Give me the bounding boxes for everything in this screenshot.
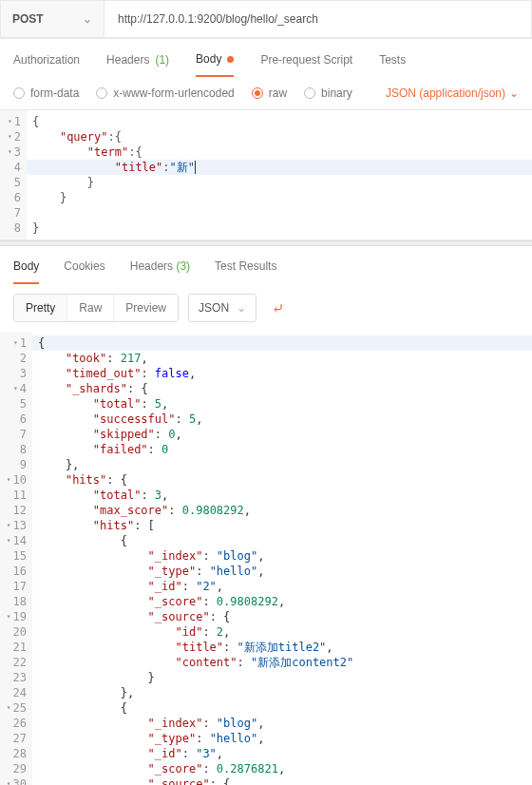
tab-prerequest[interactable]: Pre-request Script (260, 52, 352, 67)
view-mode-group: Pretty Raw Preview (13, 294, 179, 322)
resptab-cookies[interactable]: Cookies (64, 259, 104, 275)
format-select[interactable]: JSON⌄ (188, 294, 256, 322)
resptab-headers[interactable]: Headers (3) (130, 259, 190, 275)
response-view-bar: Pretty Raw Preview JSON⌄ ⤶ (0, 284, 532, 332)
bodytype-raw[interactable]: raw (252, 86, 287, 100)
viewmode-raw[interactable]: Raw (67, 295, 114, 321)
headers-count: (1) (155, 53, 169, 67)
radio-on-icon (252, 87, 263, 99)
method-label: POST (12, 12, 44, 26)
chevron-down-icon: ⌄ (237, 301, 246, 315)
request-body-editor[interactable]: ▾1▾2▾345678 { "query":{ "term":{ "title"… (0, 110, 532, 240)
response-tab-bar: Body Cookies Headers (3) Test Results (0, 246, 532, 284)
content-type-select[interactable]: JSON (application/json)⌄ (386, 86, 519, 100)
response-body-viewer[interactable]: ▾123▾456789▾101112▾13▾1415161718▾1920212… (0, 332, 532, 785)
chevron-down-icon: ⌄ (83, 12, 92, 26)
radio-icon (304, 87, 315, 99)
url-input[interactable] (104, 0, 532, 38)
resp-headers-count: (3) (176, 259, 190, 273)
tab-headers[interactable]: Headers (1) (106, 52, 169, 67)
body-type-row: form-data x-www-form-urlencoded raw bina… (0, 77, 532, 110)
request-tab-bar: Authorization Headers (1) Body Pre-reque… (0, 39, 532, 77)
wrap-lines-button[interactable]: ⤶ (266, 296, 290, 321)
viewmode-pretty[interactable]: Pretty (14, 295, 67, 321)
resptab-tests[interactable]: Test Results (215, 259, 276, 275)
tab-body[interactable]: Body (196, 52, 234, 77)
bodytype-xwww[interactable]: x-www-form-urlencoded (96, 86, 234, 100)
resptab-body[interactable]: Body (13, 259, 39, 284)
radio-icon (96, 87, 107, 99)
bodytype-binary[interactable]: binary (304, 86, 352, 100)
tab-tests[interactable]: Tests (379, 52, 406, 67)
viewmode-preview[interactable]: Preview (114, 295, 178, 321)
method-select[interactable]: POST ⌄ (0, 0, 104, 38)
bodytype-formdata[interactable]: form-data (13, 86, 79, 100)
radio-icon (13, 87, 25, 99)
tab-authorization[interactable]: Authorization (13, 52, 80, 67)
chevron-down-icon: ⌄ (509, 86, 519, 100)
dirty-dot-icon (227, 56, 234, 63)
